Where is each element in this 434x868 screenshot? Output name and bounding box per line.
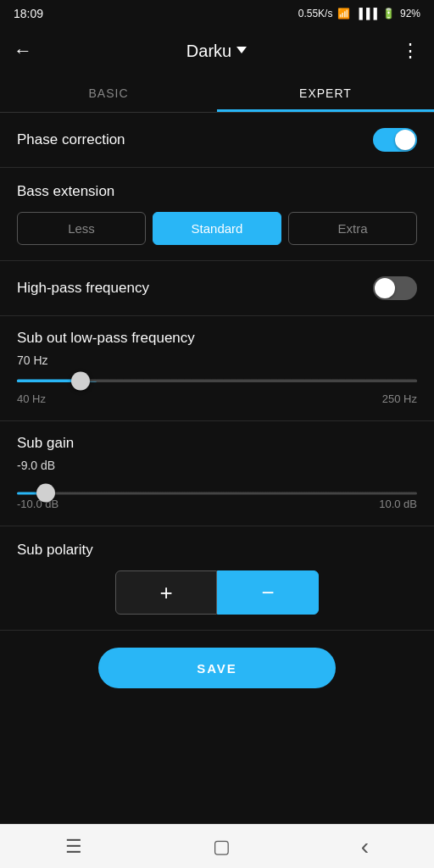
app-title: Darku xyxy=(186,42,231,61)
phase-correction-row: Phase correction xyxy=(17,128,417,152)
header-title: Darku xyxy=(186,42,247,61)
header: ← Darku ⋮ xyxy=(0,27,434,75)
save-section: SAVE xyxy=(0,631,434,709)
bottom-nav: ☰ ▢ ‹ xyxy=(0,824,434,868)
sub-low-pass-slider-container xyxy=(17,372,417,389)
sub-low-pass-max: 250 Hz xyxy=(382,392,417,405)
phase-correction-toggle[interactable] xyxy=(373,128,417,152)
content: Phase correction Bass extension Less Sta… xyxy=(0,113,434,824)
battery-icon: 🔋 xyxy=(382,8,395,19)
status-right: 0.55K/s 📶 ▐▐▐ 🔋 92% xyxy=(298,8,420,19)
status-time: 18:09 xyxy=(14,7,43,20)
sub-gain-slider[interactable] xyxy=(17,492,417,494)
status-bar: 18:09 0.55K/s 📶 ▐▐▐ 🔋 92% xyxy=(0,0,434,27)
back-button[interactable]: ← xyxy=(14,40,32,62)
sub-gain-slider-container xyxy=(17,477,417,494)
bass-standard-button[interactable]: Standard xyxy=(153,212,281,245)
high-pass-row: High-pass frequency xyxy=(17,276,417,300)
sub-low-pass-slider[interactable] xyxy=(17,380,417,382)
polarity-minus-button[interactable]: − xyxy=(217,570,319,615)
sub-polarity-label: Sub polarity xyxy=(17,542,93,558)
sub-polarity-section: Sub polarity + − xyxy=(0,526,434,631)
tabs: BASIC EXPERT xyxy=(0,75,434,113)
toggle-track-on xyxy=(373,128,417,152)
save-button[interactable]: SAVE xyxy=(98,648,336,688)
bass-extra-button[interactable]: Extra xyxy=(288,212,417,245)
sub-low-pass-value: 70 Hz xyxy=(17,353,417,367)
battery-level: 92% xyxy=(400,8,420,19)
high-pass-toggle[interactable] xyxy=(373,276,417,300)
tab-basic[interactable]: BASIC xyxy=(0,75,217,112)
sub-low-pass-section: Sub out low-pass frequency 70 Hz 40 Hz 2… xyxy=(0,316,434,421)
network-speed: 0.55K/s xyxy=(298,8,333,19)
bass-less-button[interactable]: Less xyxy=(17,212,146,245)
toggle-thumb-off xyxy=(375,278,395,298)
bass-extension-label: Bass extension xyxy=(17,183,114,199)
phase-correction-label: Phase correction xyxy=(17,131,125,148)
high-pass-label: High-pass frequency xyxy=(17,280,149,297)
high-pass-section: High-pass frequency xyxy=(0,261,434,316)
more-options-button[interactable]: ⋮ xyxy=(401,40,420,62)
bass-buttons: Less Standard Extra xyxy=(17,212,417,245)
menu-icon[interactable]: ☰ xyxy=(65,836,82,858)
sub-low-pass-min: 40 Hz xyxy=(17,392,46,405)
bass-extension-section: Bass extension Less Standard Extra xyxy=(0,168,434,261)
toggle-track-off xyxy=(373,276,417,300)
back-nav-icon[interactable]: ‹ xyxy=(361,833,369,860)
wifi-icon: 📶 xyxy=(337,8,350,19)
signal-icon: ▐▐▐ xyxy=(355,8,377,19)
polarity-buttons: + − xyxy=(17,570,417,615)
tab-expert[interactable]: EXPERT xyxy=(217,75,434,112)
sub-gain-section: Sub gain -9.0 dB -10.0 dB 10.0 dB xyxy=(0,421,434,526)
polarity-plus-button[interactable]: + xyxy=(115,570,217,615)
phase-correction-section: Phase correction xyxy=(0,113,434,168)
dropdown-chevron-icon[interactable] xyxy=(236,47,247,53)
sub-low-pass-range: 40 Hz 250 Hz xyxy=(17,392,417,405)
sub-low-pass-title: Sub out low-pass frequency xyxy=(17,330,417,347)
toggle-thumb xyxy=(395,130,415,150)
sub-gain-title: Sub gain xyxy=(17,435,417,452)
home-icon[interactable]: ▢ xyxy=(213,836,231,858)
sub-gain-value: -9.0 dB xyxy=(17,459,417,472)
